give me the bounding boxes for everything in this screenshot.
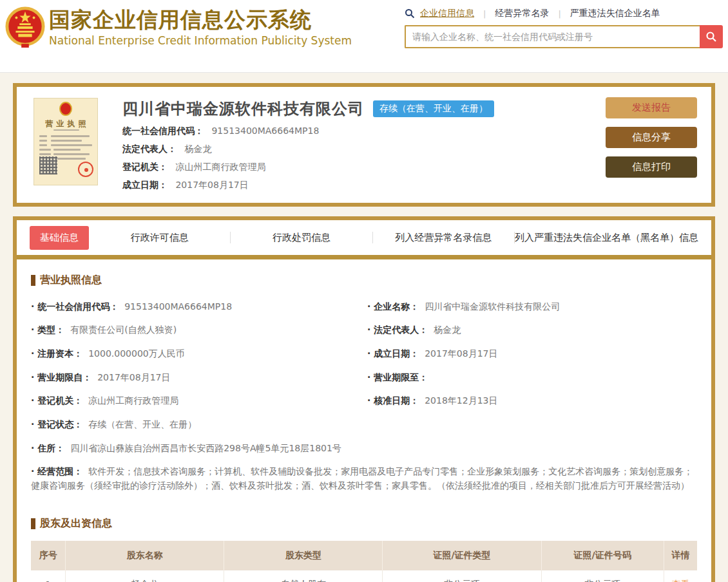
section-title-shareholders: 股东及出资信息 xyxy=(31,517,697,530)
tab-administrative-license[interactable]: 行政许可信息 xyxy=(89,232,230,244)
col-shareholder-type: 股东类型 xyxy=(224,541,383,570)
info-credit-code: · 统一社会信用代码：91513400MA6664MP18 xyxy=(31,295,361,319)
col-serial-no: 序号 xyxy=(31,541,66,570)
license-title: 营业执照 xyxy=(34,118,97,129)
search-icon xyxy=(705,31,717,42)
license-emblem-icon xyxy=(59,102,72,116)
tab-strip: 基础信息 行政许可信息 行政处罚信息 列入经营异常名录信息 列入严重违法失信企业… xyxy=(17,220,711,255)
main-content-box: 基础信息 行政许可信息 行政处罚信息 列入经营异常名录信息 列入严重违法失信企业… xyxy=(13,216,715,582)
status-badge: 存续（在营、开业、在册） xyxy=(373,100,494,117)
col-shareholder-name: 股东名称 xyxy=(66,541,224,570)
info-spacer xyxy=(367,413,697,436)
search-input[interactable] xyxy=(405,25,700,48)
header-right: 企业信用信息 | 经营异常名录 | 严重违法失信企业名单 xyxy=(405,6,723,48)
company-card: 营业执照 四川省中瑞金源软件科技有限公司 存续（在营、开业、在册） 统一社会信用… xyxy=(13,83,715,207)
info-address: · 住所：四川省凉山彝族自治州西昌市长安西路298号A幢5单元18层1801号 xyxy=(31,436,697,460)
header-nav: 企业信用信息 | 经营异常名录 | 严重违法失信企业名单 xyxy=(405,6,723,21)
license-info-grid: · 统一社会信用代码：91513400MA6664MP18 · 企业名称：四川省… xyxy=(31,295,697,498)
cell-shareholder-name: 杨金龙 xyxy=(66,570,224,582)
info-establish-date: · 成立日期：2017年08月17日 xyxy=(367,342,697,366)
tab-abnormal-operations-list[interactable]: 列入经营异常名录信息 xyxy=(373,232,514,244)
site-subtitle: National Enterprise Credit Information P… xyxy=(49,34,352,47)
tab-blacklist[interactable]: 列入严重违法失信企业名单（黑名单）信息 xyxy=(515,232,698,244)
tab-administrative-penalty[interactable]: 行政处罚信息 xyxy=(231,232,372,244)
search-bar xyxy=(405,25,723,48)
info-registered-capital: · 注册资本：1000.000000万人民币 xyxy=(31,342,361,366)
view-detail-link[interactable]: 查看 xyxy=(671,579,689,582)
cell-shareholder-type: 自然人股东 xyxy=(224,570,383,582)
search-button[interactable] xyxy=(700,25,723,48)
nav-link-enterprise-credit[interactable]: 企业信用信息 xyxy=(420,8,474,19)
col-cert-number: 证照/证件号码 xyxy=(541,541,664,570)
col-cert-type: 证照/证件类型 xyxy=(383,541,541,570)
card-actions: 发送报告 信息分享 信息打印 xyxy=(606,97,697,186)
info-registration-authority: · 登记机关：凉山州工商行政管理局 xyxy=(31,390,361,413)
cell-cert-number: 非公示项 xyxy=(541,570,664,582)
nav-link-serious-violations[interactable]: 严重违法失信企业名单 xyxy=(570,8,660,19)
shareholders-table: 序号 股东名称 股东类型 证照/证件类型 证照/证件号码 详情 1 杨金龙 自然… xyxy=(31,541,697,582)
table-header-row: 序号 股东名称 股东类型 证照/证件类型 证照/证件号码 详情 xyxy=(31,541,697,570)
section-marker xyxy=(31,518,35,529)
section-title-license-info: 营业执照信息 xyxy=(31,274,697,287)
business-license-image: 营业执照 xyxy=(34,98,98,185)
table-row: 1 杨金龙 自然人股东 非公示项 非公示项 查看 xyxy=(31,570,697,582)
license-qr-code xyxy=(39,156,57,174)
license-red-seal xyxy=(78,162,93,177)
nav-divider: | xyxy=(558,9,560,19)
info-business-scope: · 经营范围：软件开发；信息技术咨询服务；计算机、软件及辅助设备批发；家用电器及… xyxy=(31,460,697,498)
national-emblem-logo xyxy=(5,4,45,49)
col-detail: 详情 xyxy=(664,541,697,570)
gold-divider-bar xyxy=(17,255,711,259)
search-icon xyxy=(405,8,415,19)
nav-divider: | xyxy=(483,9,486,19)
info-company-type: · 类型：有限责任公司(自然人独资) xyxy=(31,319,361,343)
info-company-name: · 企业名称：四川省中瑞金源软件科技有限公司 xyxy=(367,295,697,319)
site-title-block: 国家企业信用信息公示系统 National Enterprise Credit … xyxy=(49,7,352,47)
info-legal-rep: · 法定代表人：杨金龙 xyxy=(367,319,697,343)
section-marker xyxy=(31,275,35,286)
send-report-button[interactable]: 发送报告 xyxy=(606,97,697,118)
company-name: 四川省中瑞金源软件科技有限公司 xyxy=(122,99,364,119)
info-approval-date: · 核准日期：2018年12月13日 xyxy=(367,390,697,413)
site-header: 国家企业信用信息公示系统 National Enterprise Credit … xyxy=(0,0,728,73)
info-term-from: · 营业期限自：2017年08月17日 xyxy=(31,366,361,390)
cell-cert-type: 非公示项 xyxy=(383,570,541,582)
print-info-button[interactable]: 信息打印 xyxy=(606,156,697,178)
info-term-to: · 营业期限至： xyxy=(367,366,697,390)
tab-basic-info[interactable]: 基础信息 xyxy=(30,226,89,250)
cell-serial-no: 1 xyxy=(31,570,66,582)
share-info-button[interactable]: 信息分享 xyxy=(606,127,697,148)
nav-link-abnormal-operations[interactable]: 经营异常名录 xyxy=(495,8,549,19)
info-registration-status: · 登记状态：存续（在营、开业、在册） xyxy=(31,413,361,436)
site-title: 国家企业信用信息公示系统 xyxy=(49,7,352,33)
